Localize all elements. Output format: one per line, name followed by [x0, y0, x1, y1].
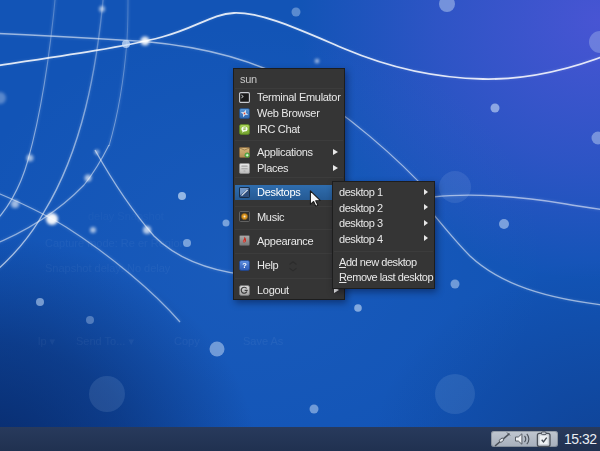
svg-text:lp ▾: lp ▾: [38, 335, 56, 347]
svg-text:Snapshot delay: No delay: Snapshot delay: No delay: [45, 262, 171, 274]
svg-text:?: ?: [242, 261, 247, 270]
svg-text:delay Snapshot: delay Snapshot: [88, 210, 164, 222]
svg-text:Copy: Copy: [174, 335, 200, 347]
svg-text:Send To... ▾: Send To... ▾: [76, 335, 134, 347]
svg-text:Save As: Save As: [243, 335, 284, 347]
